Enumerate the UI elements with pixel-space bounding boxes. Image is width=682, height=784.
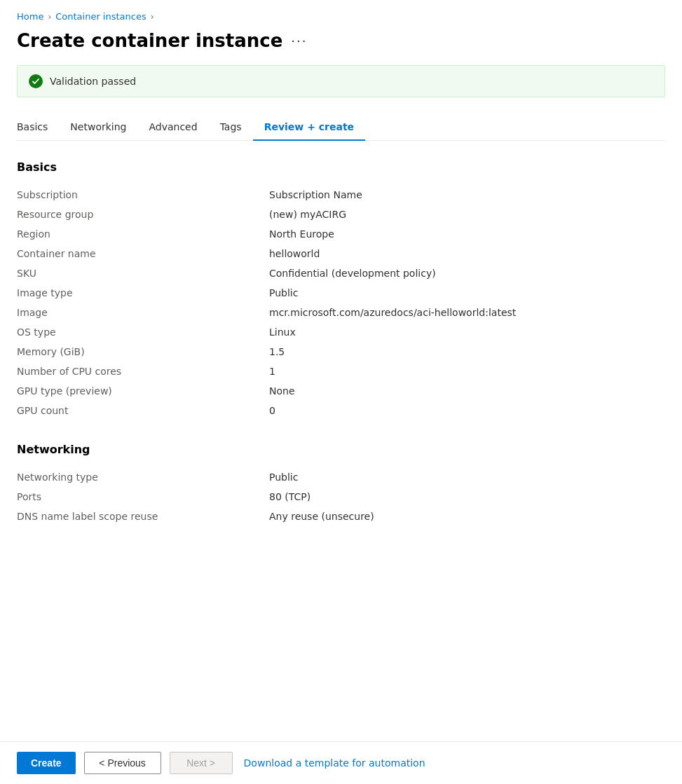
breadcrumb-sep-2: ›: [151, 12, 154, 22]
label-image: Image: [17, 307, 269, 318]
breadcrumb-sep-1: ›: [48, 12, 51, 22]
validation-icon: [29, 74, 43, 88]
field-subscription: Subscription Subscription Name: [17, 185, 665, 205]
value-dns-scope: Any reuse (unsecure): [269, 511, 665, 522]
label-ports: Ports: [17, 491, 269, 502]
label-memory: Memory (GiB): [17, 346, 269, 357]
label-sku: SKU: [17, 268, 269, 279]
value-gpu-count: 0: [269, 405, 665, 416]
label-cpu-cores: Number of CPU cores: [17, 366, 269, 377]
label-region: Region: [17, 228, 269, 240]
breadcrumb-container-instances[interactable]: Container instances: [55, 11, 146, 22]
tab-review-create[interactable]: Review + create: [253, 114, 365, 141]
label-gpu-type: GPU type (preview): [17, 385, 269, 397]
label-dns-scope: DNS name label scope reuse: [17, 511, 269, 522]
label-os-type: OS type: [17, 326, 269, 338]
tab-networking[interactable]: Networking: [59, 114, 137, 141]
networking-section-title: Networking: [17, 443, 665, 456]
label-networking-type: Networking type: [17, 472, 269, 483]
field-gpu-type: GPU type (preview) None: [17, 381, 665, 401]
tab-tags[interactable]: Tags: [209, 114, 253, 141]
field-container-name: Container name helloworld: [17, 244, 665, 263]
field-memory: Memory (GiB) 1.5: [17, 342, 665, 362]
field-resource-group: Resource group (new) myACIRG: [17, 205, 665, 224]
field-ports: Ports 80 (TCP): [17, 487, 665, 507]
label-container-name: Container name: [17, 248, 269, 259]
basics-section-title: Basics: [17, 160, 665, 174]
page-title: Create container instance: [17, 30, 282, 51]
validation-banner: Validation passed: [17, 65, 665, 97]
page-title-row: Create container instance ···: [17, 30, 665, 51]
basics-section: Basics Subscription Subscription Name Re…: [17, 160, 665, 420]
value-sku: Confidential (development policy): [269, 268, 665, 279]
label-subscription: Subscription: [17, 189, 269, 200]
value-resource-group: (new) myACIRG: [269, 209, 665, 220]
label-resource-group: Resource group: [17, 209, 269, 220]
breadcrumb-home[interactable]: Home: [17, 11, 43, 22]
field-image-type: Image type Public: [17, 283, 665, 303]
tab-basics[interactable]: Basics: [17, 114, 59, 141]
networking-section: Networking Networking type Public Ports …: [17, 443, 665, 526]
field-sku: SKU Confidential (development policy): [17, 263, 665, 283]
value-cpu-cores: 1: [269, 366, 665, 377]
validation-text: Validation passed: [50, 76, 136, 87]
tab-advanced[interactable]: Advanced: [137, 114, 208, 141]
label-image-type: Image type: [17, 287, 269, 298]
value-networking-type: Public: [269, 472, 665, 483]
value-container-name: helloworld: [269, 248, 665, 259]
value-subscription: Subscription Name: [269, 189, 665, 200]
value-ports: 80 (TCP): [269, 491, 665, 502]
previous-button[interactable]: < Previous: [84, 752, 161, 774]
page-menu-button[interactable]: ···: [291, 34, 307, 48]
value-image: mcr.microsoft.com/azuredocs/aci-hellowor…: [269, 307, 665, 318]
field-image: Image mcr.microsoft.com/azuredocs/aci-he…: [17, 303, 665, 322]
bottom-action-bar: Create < Previous Next > Download a temp…: [0, 741, 682, 784]
field-gpu-count: GPU count 0: [17, 401, 665, 420]
value-region: North Europe: [269, 228, 665, 240]
value-os-type: Linux: [269, 326, 665, 338]
field-region: Region North Europe: [17, 224, 665, 244]
download-template-link[interactable]: Download a template for automation: [244, 757, 425, 769]
field-cpu-cores: Number of CPU cores 1: [17, 362, 665, 381]
value-image-type: Public: [269, 287, 665, 298]
value-memory: 1.5: [269, 346, 665, 357]
value-gpu-type: None: [269, 385, 665, 397]
next-button: Next >: [170, 752, 233, 774]
field-dns-scope: DNS name label scope reuse Any reuse (un…: [17, 507, 665, 526]
field-os-type: OS type Linux: [17, 322, 665, 342]
create-button[interactable]: Create: [17, 752, 76, 774]
breadcrumb: Home › Container instances ›: [17, 11, 665, 22]
label-gpu-count: GPU count: [17, 405, 269, 416]
field-networking-type: Networking type Public: [17, 467, 665, 487]
tab-bar: Basics Networking Advanced Tags Review +…: [17, 114, 665, 141]
